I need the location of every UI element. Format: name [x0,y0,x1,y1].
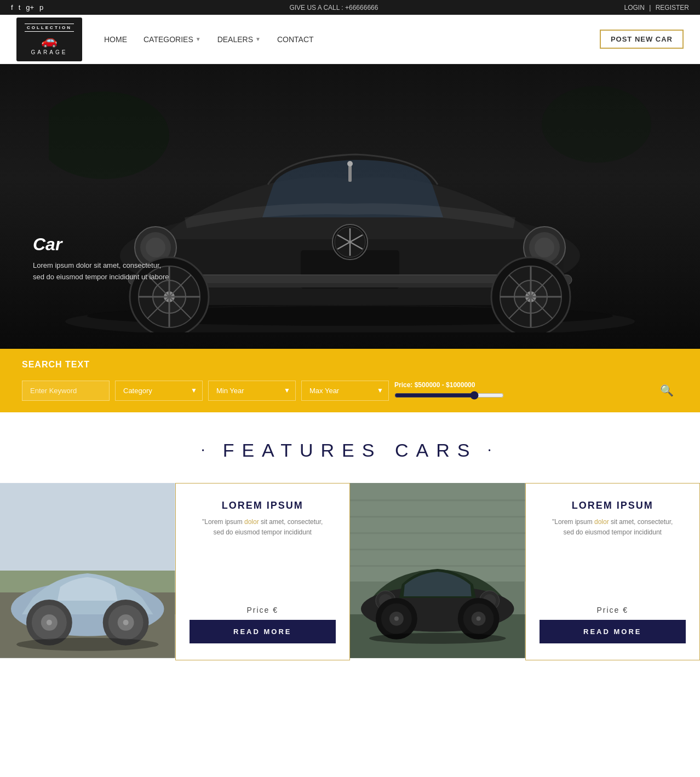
hero-car-image [0,64,700,349]
cars-grid: LOREM IPSUM "Lorem ipsum dolor sit amet,… [0,483,700,660]
logo-top-text: COLLECTION [25,24,74,32]
price-range-slider[interactable] [394,391,504,400]
nav-contact[interactable]: CONTACT [277,35,314,44]
auth-separator: | [649,4,651,11]
category-select[interactable]: Category Sedan Sports SUV Classic [115,381,203,401]
svg-point-37 [542,86,651,163]
read-more-button-2[interactable]: READ MORE [540,620,686,643]
features-section: • FEATURES CARS • [0,412,700,472]
hero-car-svg [49,80,651,332]
search-button[interactable]: 🔍 [656,379,678,401]
keyword-input[interactable] [22,381,110,401]
car-2-svg [350,483,525,658]
car-price-2: Price € [596,606,628,614]
dealers-dropdown-arrow: ▼ [255,36,261,42]
svg-point-50 [123,620,129,625]
svg-point-36 [49,91,169,179]
googleplus-icon[interactable]: g+ [26,3,34,11]
search-label: SEARCH TEXT [22,360,678,370]
phone-number: GIVE US A CALL : +66666666 [289,4,378,11]
svg-rect-39 [0,483,175,571]
navigation: HOME CATEGORIES ▼ DEALERS ▼ CONTACT POST… [104,30,684,49]
features-title: • FEATURES CARS • [0,440,700,461]
dot-left: • [202,447,211,454]
features-title-text: FEATURES CARS [223,440,478,461]
svg-rect-56 [350,532,525,534]
svg-point-68 [394,617,399,621]
nav-home[interactable]: HOME [104,35,127,44]
max-year-select[interactable]: Max Year 2000 2010 2015 2020 [301,381,389,401]
svg-point-73 [369,633,506,644]
twitter-icon[interactable]: t [19,3,21,11]
car-desc-1: "Lorem ipsum dolor sit amet, consectetur… [202,517,323,597]
hero-section: Car Lorem ipsum dolor sit amet, consecte… [0,64,700,349]
facebook-icon[interactable]: f [11,3,13,11]
car-title-1: LOREM IPSUM [222,500,303,511]
logo-car-icon: 🚗 [41,33,58,48]
read-more-button-1[interactable]: READ MORE [190,620,336,643]
logo-bottom-text: GARAGE [31,49,68,55]
car-info-2: LOREM IPSUM "Lorem ipsum dolor sit amet,… [525,483,701,660]
header: COLLECTION 🚗 GARAGE HOME CATEGORIES ▼ DE… [0,15,700,64]
svg-rect-58 [350,565,525,567]
categories-dropdown-arrow: ▼ [196,36,201,42]
svg-point-15 [535,238,554,257]
car-desc-highlight-1: dolor [244,518,259,526]
svg-rect-57 [350,549,525,550]
svg-point-19 [347,161,353,166]
svg-point-72 [477,617,481,621]
post-new-car-button[interactable]: POST NEW CAR [600,30,684,49]
car-1-svg [0,483,175,658]
top-bar: f t g+ p GIVE US A CALL : +66666666 LOGI… [0,0,700,15]
register-link[interactable]: REGISTER [656,4,689,11]
price-label: Price: $500000 - $1000000 [394,381,650,389]
logo[interactable]: COLLECTION 🚗 GARAGE [16,18,82,61]
svg-rect-54 [350,499,525,501]
svg-point-51 [16,638,159,651]
pinterest-icon[interactable]: p [39,3,43,11]
search-bar: SEARCH TEXT Category Sedan Sports SUV Cl… [0,349,700,412]
hero-title: Car [33,234,169,255]
max-year-select-wrapper: Max Year 2000 2010 2015 2020 ▼ [301,381,389,401]
hero-subtitle: Lorem ipsum dolor sit amet, consectetur,… [33,260,169,283]
category-select-wrapper: Category Sedan Sports SUV Classic ▼ [115,381,203,401]
min-year-select[interactable]: Min Year 1950 1960 1970 1980 [208,381,296,401]
auth-links[interactable]: LOGIN | REGISTER [624,4,690,11]
nav-dealers[interactable]: DEALERS ▼ [217,35,261,44]
car-desc-highlight-2: dolor [594,518,609,526]
car-image-1 [0,483,175,660]
car-desc-2: "Lorem ipsum dolor sit amet, consectetur… [552,517,673,597]
hero-text-block: Car Lorem ipsum dolor sit amet, consecte… [33,234,169,283]
car-title-2: LOREM IPSUM [572,500,653,511]
car-image-2 [350,483,525,660]
min-year-select-wrapper: Min Year 1950 1960 1970 1980 ▼ [208,381,296,401]
car-info-1: LOREM IPSUM "Lorem ipsum dolor sit amet,… [175,483,351,660]
svg-point-46 [47,620,52,625]
search-icon: 🔍 [660,384,674,396]
dot-right: • [488,447,498,454]
car-price-1: Price € [246,606,278,614]
login-link[interactable]: LOGIN [624,4,645,11]
svg-rect-18 [348,165,352,182]
svg-rect-55 [350,516,525,517]
social-links[interactable]: f t g+ p [11,3,43,11]
nav-categories[interactable]: CATEGORIES ▼ [144,35,201,44]
price-range-box: Price: $500000 - $1000000 [394,381,650,400]
